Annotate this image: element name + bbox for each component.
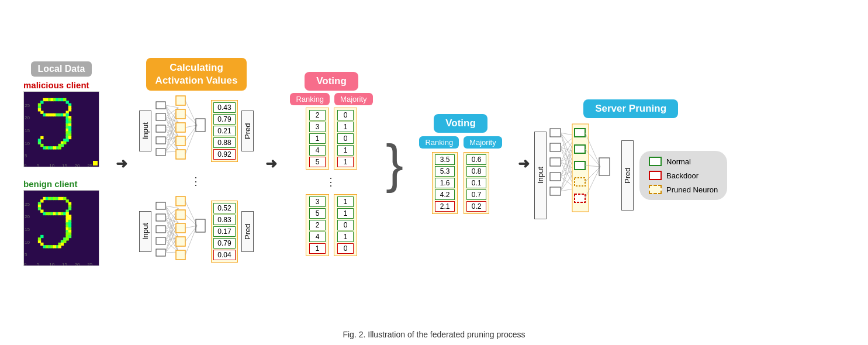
voting-header: Voting: [305, 72, 358, 91]
ben-rank-4: 4: [309, 232, 326, 242]
svg-rect-61: [176, 196, 185, 206]
benign-ranking-col: 3 5 2 4 1: [306, 194, 329, 256]
svg-line-67: [185, 215, 197, 226]
svg-line-32: [185, 125, 197, 127]
svg-rect-108: [599, 158, 610, 175]
svg-rect-37: [156, 214, 165, 221]
ben-maj-3: 0: [337, 220, 354, 230]
malicious-input-box: Input: [139, 111, 151, 151]
malicious-activation-col: 0.43 0.79 0.21 0.88 0.92: [211, 100, 238, 162]
agg-voting-sub-headers: Ranking Majority: [419, 136, 502, 149]
ben-rank-3: 2: [309, 220, 326, 230]
agg-maj-2: 0.8: [466, 166, 486, 177]
svg-rect-74: [550, 158, 561, 166]
mal-act-val-1: 0.43: [213, 102, 236, 113]
legend-normal: Normal: [649, 157, 718, 166]
ben-maj-2: 1: [337, 208, 354, 219]
svg-line-68: [185, 226, 197, 228]
agg-rank-2: 5.3: [435, 166, 455, 177]
figure-caption: Fig. 2. Illustration of the federated pr…: [0, 327, 868, 344]
mal-rank-3: 1: [309, 133, 326, 144]
svg-line-34: [185, 125, 197, 154]
svg-rect-98: [575, 129, 585, 137]
svg-rect-4: [156, 149, 165, 156]
legend-backdoor-label: Backdoor: [666, 171, 698, 180]
curly-brace: }: [386, 137, 403, 190]
svg-rect-63: [176, 223, 185, 233]
mal-rank-1: 2: [309, 110, 326, 120]
activation-rows: Input: [139, 93, 254, 270]
svg-rect-101: [575, 178, 585, 186]
svg-rect-64: [176, 237, 185, 246]
ben-maj-1: 1: [337, 196, 354, 207]
agg-majority-col: 0.6 0.8 0.1 0.7 0.2: [464, 152, 489, 214]
svg-rect-100: [575, 161, 585, 170]
svg-rect-73: [550, 143, 561, 151]
svg-rect-72: [550, 129, 561, 137]
ben-act-val-1: 0.52: [213, 203, 236, 213]
ben-act-val-2: 0.83: [213, 215, 236, 225]
benign-activation-col: 0.52 0.83 0.17 0.79 0.04: [211, 201, 238, 263]
malicious-digit-image: [23, 91, 99, 167]
malicious-voting-cols: 2 3 1 4 5 0 1 0 1 1: [306, 108, 357, 170]
mal-act-val-5: 0.92: [213, 149, 236, 160]
svg-rect-102: [575, 194, 585, 202]
activation-section: Calculating Activation Values Input: [132, 58, 261, 270]
ben-act-val-5: 0.04: [213, 250, 236, 260]
ben-maj-5: 0: [337, 243, 354, 254]
svg-line-33: [185, 125, 197, 141]
svg-rect-28: [176, 136, 185, 146]
svg-rect-71: [196, 219, 205, 232]
malicious-client-label: malicious client: [23, 80, 89, 90]
svg-rect-27: [176, 123, 185, 132]
ben-act-val-4: 0.79: [213, 238, 236, 249]
svg-line-30: [185, 101, 197, 125]
svg-rect-2: [156, 125, 165, 132]
ben-rank-1: 3: [309, 196, 326, 207]
arrow-2: ➜: [265, 156, 277, 172]
mal-act-val-2: 0.79: [213, 114, 236, 125]
arrow-3: ➜: [518, 156, 530, 172]
activation-header-line1: Calculating: [170, 62, 223, 73]
svg-rect-38: [156, 226, 165, 233]
malicious-network-row: Input: [139, 93, 254, 169]
agg-voting-section: Voting Ranking Majority 3.5 5.3 1.6 4.2 …: [408, 114, 513, 214]
agg-ranking-col: 3.5 5.3 1.6 4.2 2.1: [432, 152, 458, 214]
agg-rank-1: 3.5: [435, 154, 455, 165]
mal-maj-1: 0: [337, 110, 354, 120]
arrow-1: ➜: [116, 156, 127, 172]
legend-normal-swatch: [649, 157, 662, 166]
benign-voting-cols: 3 5 2 4 1 1 1 0 1 0: [306, 194, 357, 256]
svg-rect-36: [156, 202, 165, 209]
mal-maj-2: 1: [337, 122, 354, 132]
voting-sub-headers: Ranking Majority: [290, 93, 372, 105]
local-data-label: Local Data: [31, 61, 92, 77]
activation-header: Calculating Activation Values: [146, 58, 247, 91]
mal-act-val-3: 0.21: [213, 126, 236, 136]
benign-client-label: benign client: [23, 179, 78, 189]
svg-rect-3: [156, 137, 165, 144]
mal-rank-4: 4: [309, 145, 326, 156]
agg-rank-4: 4.2: [435, 189, 455, 200]
main-container: Local Data malicious client benign clien…: [0, 0, 868, 327]
server-pred-box: Pred: [621, 140, 634, 211]
agg-rank-5: 2.1: [435, 201, 455, 212]
voting-section: Voting Ranking Majority 2 3 1 4 5 0 1 0 …: [282, 72, 381, 256]
mal-maj-3: 0: [337, 133, 354, 144]
svg-line-31: [185, 114, 197, 125]
svg-rect-75: [550, 172, 561, 181]
svg-line-69: [185, 226, 197, 242]
agg-maj-1: 0.6: [466, 154, 486, 165]
ben-rank-2: 5: [309, 208, 326, 219]
ben-act-val-3: 0.17: [213, 226, 236, 237]
legend-pruned: Pruned Neuron: [649, 185, 718, 194]
voting-dots: ⋮: [326, 175, 337, 188]
malicious-ranking-col: 2 3 1 4 5: [306, 108, 329, 170]
benign-network-row: Input: [139, 194, 254, 270]
ben-maj-4: 1: [337, 232, 354, 242]
ranking-sub-label: Ranking: [290, 93, 330, 105]
pruned-nn-svg: [549, 123, 619, 228]
server-content: Input: [534, 123, 727, 228]
legend-backdoor-swatch: [649, 171, 662, 180]
mal-rank-2: 3: [309, 122, 326, 132]
